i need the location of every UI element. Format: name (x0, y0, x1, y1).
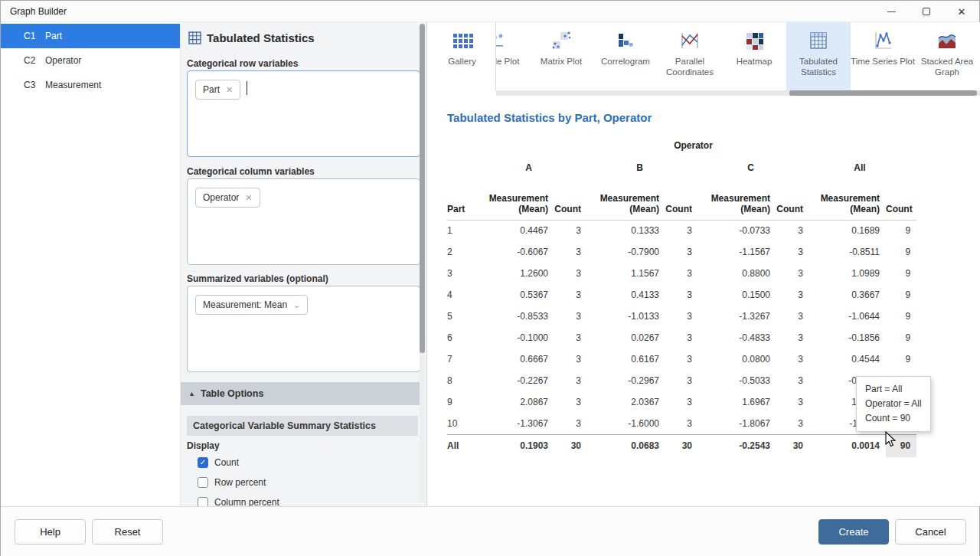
value-cell: -1.0133 (587, 306, 665, 327)
part-cell: 5 (447, 306, 476, 327)
chip-label: Measurement: Mean (203, 299, 287, 310)
cancel-button[interactable]: Cancel (895, 519, 966, 545)
chevron-down-icon[interactable]: ⌄ (293, 301, 300, 309)
gallery-item-label: Parallel Coordinates (658, 56, 722, 77)
gallery-item-time-series-plot[interactable]: Time Series Plot (851, 22, 915, 90)
value-cell: -1.3067 (476, 413, 554, 434)
table-row: All0.1903300.068330-0.2543300.001490 (447, 434, 916, 457)
gallery-item-parallel-coordinates[interactable]: Parallel Coordinates (658, 22, 722, 90)
remove-icon[interactable]: ✕ (245, 194, 252, 202)
gallery-item-gallery[interactable]: Gallery (429, 22, 496, 90)
row-variables-field[interactable]: Part✕ (187, 70, 420, 157)
value-cell: 9 (886, 348, 916, 370)
value-cell: -0.5033 (698, 370, 776, 391)
gallery-item-label: Time Series Plot (851, 56, 915, 67)
value-cell: 3 (665, 284, 698, 306)
minimize-button[interactable] (874, 1, 909, 22)
checkbox-unchecked-icon[interactable] (198, 497, 208, 506)
column-variables-field[interactable]: Operator✕ (187, 178, 420, 265)
summarized-variables-field[interactable]: Measurement: Mean⌄ (187, 286, 420, 372)
help-button[interactable]: Help (15, 519, 86, 545)
sidebar-item-part[interactable]: C1Part (1, 24, 180, 48)
gallery-item-correlogram[interactable]: Correlogram (593, 22, 658, 90)
value-cell: 0.0014 (809, 434, 886, 457)
maximize-button[interactable] (909, 1, 944, 22)
operator-group-header: Operator (476, 136, 916, 155)
group-header-b: B (587, 155, 698, 180)
close-button[interactable]: ✕ (944, 1, 979, 22)
remove-icon[interactable]: ✕ (226, 86, 233, 94)
checkbox-label: Column percent (214, 497, 279, 506)
group-header-c: C (698, 155, 809, 180)
gallery-item-heatmap[interactable]: Heatmap (722, 22, 786, 90)
table-row: 10-1.30673-1.60003-1.80673-1.57119 (447, 413, 916, 434)
tooltip-line: Part = All (865, 382, 922, 397)
value-cell: 3 (665, 241, 698, 263)
column-header-count: Count (554, 180, 587, 220)
sidebar-item-label: Part (45, 31, 62, 41)
checkbox-column-percent[interactable]: Column percent (198, 492, 279, 506)
create-button[interactable]: Create (818, 519, 889, 545)
value-cell: 3 (776, 327, 809, 348)
gallery-strip: Bubble PlotMatrix PlotCorrelogramParalle… (465, 22, 979, 90)
value-cell: 0.4544 (809, 348, 886, 370)
checkbox-unchecked-icon[interactable] (198, 477, 208, 488)
checkbox-count[interactable]: ✓Count (198, 453, 279, 473)
reset-button[interactable]: Reset (92, 519, 163, 545)
chip-operator[interactable]: Operator✕ (195, 188, 260, 208)
value-cell: 3 (776, 348, 809, 370)
gallery-scrollbar-thumb[interactable] (789, 90, 977, 96)
table-options-header[interactable]: ▲ Table Options (181, 382, 423, 405)
checkbox-row-percent[interactable]: Row percent (198, 473, 279, 492)
gallery-item-stacked-area-graph[interactable]: Stacked Area Graph (915, 22, 979, 90)
minimize-icon (887, 11, 896, 12)
sidebar-item-id: C1 (1, 31, 45, 41)
value-cell: -0.4833 (698, 327, 776, 348)
chip-label: Operator (203, 192, 239, 203)
sidebar-item-operator[interactable]: C2Operator (1, 48, 180, 73)
sidebar-item-label: Measurement (45, 80, 101, 90)
value-cell: 30 (776, 434, 809, 457)
gallery-scrollbar[interactable] (496, 90, 980, 96)
value-cell: -0.0733 (698, 220, 776, 241)
column-header-measurement-mean-: Measurement (Mean) (698, 180, 776, 220)
table-row: 6-0.100030.02673-0.48333-0.18569 (447, 327, 916, 348)
value-cell: -1.1567 (698, 241, 776, 263)
table-icon (188, 31, 201, 44)
panel-header: Tabulated Statistics (188, 31, 315, 44)
value-cell: 3 (554, 370, 587, 391)
table-row: 40.536730.413330.150030.36679 (447, 284, 916, 306)
correlogram-icon (615, 30, 636, 51)
value-cell: 0.6167 (587, 348, 665, 370)
value-cell: 3 (554, 327, 587, 348)
value-cell: 3 (665, 348, 698, 370)
value-cell: 0.6667 (476, 348, 554, 370)
sidebar-item-label: Operator (45, 55, 81, 66)
value-cell: 3 (776, 263, 809, 284)
value-cell: -1.0644 (809, 306, 886, 327)
display-checkbox-list: ✓CountRow percentColumn percent (198, 453, 279, 506)
panel-scrollbar[interactable] (420, 24, 425, 503)
gallery-item-tabulated-statistics[interactable]: Tabulated Statistics (786, 22, 851, 90)
value-cell: 3 (665, 413, 698, 434)
chip-part[interactable]: Part✕ (195, 80, 240, 100)
value-cell: 0.8800 (698, 263, 776, 284)
gallery-item-matrix-plot[interactable]: Matrix Plot (529, 22, 593, 90)
table-row: 2-0.60673-0.79003-1.15673-0.85119 (447, 241, 916, 263)
sidebar-item-measurement[interactable]: C3Measurement (1, 73, 180, 97)
table-row: 70.666730.616730.080030.45449 (447, 348, 916, 370)
value-cell: 0.1500 (698, 284, 776, 306)
gallery-item-label: Heatmap (737, 56, 773, 67)
tooltip-line: Operator = All (865, 397, 922, 411)
window-title: Graph Builder (10, 6, 67, 17)
gallery-item-label: Gallery (448, 56, 475, 67)
value-cell: 0.5367 (476, 284, 554, 306)
chip-measurement-mean[interactable]: Measurement: Mean⌄ (195, 295, 308, 315)
value-cell: 0.1689 (809, 220, 886, 241)
column-header-measurement-mean-: Measurement (Mean) (587, 180, 665, 220)
tooltip-line: Count = 90 (865, 411, 922, 426)
panel-scrollbar-thumb[interactable] (420, 24, 425, 353)
collapse-triangle-icon: ▲ (188, 390, 195, 397)
value-cell: -0.7900 (587, 241, 665, 263)
checkbox-checked-icon[interactable]: ✓ (198, 457, 208, 468)
